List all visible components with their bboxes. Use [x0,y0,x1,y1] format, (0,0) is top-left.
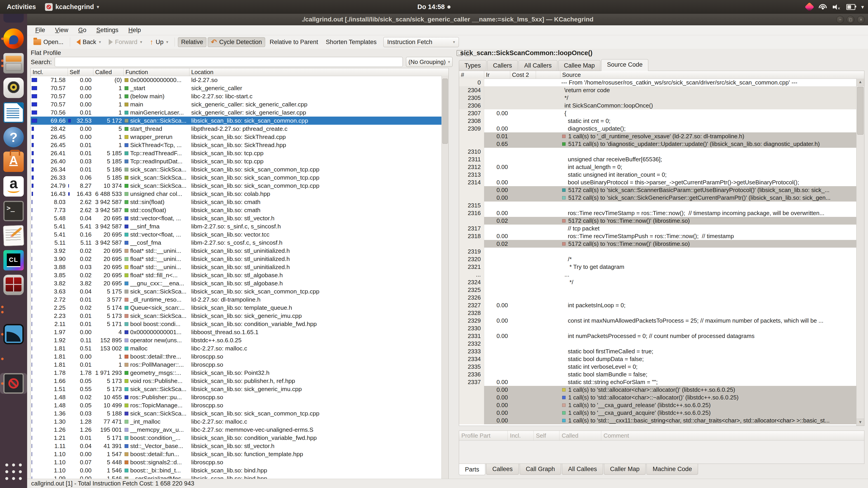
source-line[interactable]: 2335static int verboseLevel = 0; [459,363,857,370]
tab-all-callees[interactable]: All Callees [562,464,603,475]
toggle-relative[interactable]: Relative [178,37,206,47]
source-line[interactable]: 2305*/ [459,94,857,102]
source-line[interactable]: 2332 [459,340,857,348]
focused-app-menu[interactable]: kcachegrind ▾ [45,3,99,11]
chevron-down-icon[interactable]: ▾ [99,39,101,44]
table-row[interactable]: 1.810.51153 002malloclibc-2.27.so: mallo… [31,344,442,352]
menu-view[interactable]: View [50,25,73,35]
source-line[interactable]: 23090.00diagnostics_.update(); [459,125,857,132]
parts-column-self[interactable]: Self [534,431,559,440]
source-line[interactable]: 2324 */ [459,278,857,286]
source-line[interactable]: 2321 * Try to get datagram [459,263,857,271]
up-button[interactable]: ↑ Up ▾ [147,37,172,47]
launcher-item-terminal[interactable] [0,201,27,221]
tab-call-graph[interactable]: Call Graph [520,464,561,475]
launcher-item-ubuntu-dash[interactable] [0,14,27,23]
table-row[interactable]: 3.630.045 175sick_scan::SickSca...libsic… [31,287,442,295]
open-button[interactable]: Open... [30,37,67,47]
menu-file[interactable]: File [30,25,50,35]
source-column-gap[interactable] [536,71,560,78]
table-row[interactable]: 1.920.11152 895operator new(uns...libstd… [31,336,442,344]
source-line[interactable]: 0.001 call(s) to '__cxa_guard_acquire' (… [459,409,857,417]
scrollbar-thumb[interactable] [857,87,864,135]
tab-parts[interactable]: Parts [459,464,485,475]
source-line[interactable]: 2310 [459,148,857,156]
table-row[interactable]: 26.410.015 185Tcp::readThreadF...libsick… [31,149,442,157]
tab-source-code[interactable]: Source Code [601,59,648,71]
launcher-item-help[interactable] [0,127,27,148]
source-line[interactable]: 2311unsigned char receiveBuffer[65536]; [459,156,857,163]
source-header[interactable]: #IrCost 2Source [459,71,864,79]
source-line[interactable]: 2317// tcp packet [459,225,857,232]
table-row[interactable]: 1.781.781 971 293geometry_msgs::...libsi… [31,369,442,377]
table-row[interactable]: 7.732.623 942 587std::cos(float)libsick_… [31,206,442,214]
close-button[interactable]: × [857,16,865,24]
table-row[interactable]: 16.4316.436 488 533unsigned char col...l… [31,190,442,198]
table-row[interactable]: 5.410.1620 695std::vector<float, ...libs… [31,230,442,238]
table-row[interactable]: 1.090.001 546...serSerializedMes...libsi… [31,475,442,479]
table-row[interactable]: 1.301.2877 471_int_malloclibc-2.27.so: m… [31,418,442,426]
chevron-down-icon[interactable]: ▾ [166,39,168,44]
source-column-Ir[interactable]: Ir [484,71,510,78]
table-row[interactable]: 26.400.035 185Tcp::readInputDat...libsic… [31,157,442,165]
source-line[interactable]: ...... [459,271,857,278]
parts-column-called[interactable]: Called [559,431,601,440]
source-line[interactable]: 2325 [459,286,857,294]
source-line[interactable]: 2308static int cnt = 0; [459,117,857,125]
launcher-item-text-editor[interactable] [0,225,27,246]
table-row[interactable]: 1.100.075 448boost::signals2::d...libros… [31,458,442,466]
launcher-item-firefox[interactable] [0,28,27,49]
table-row[interactable]: 24.798.2710 374sick_scan::SickSca...libs… [31,182,442,190]
table-row[interactable]: 2.110.015 171bool boost::condi...libsick… [31,320,442,328]
tab-machine-code[interactable]: Machine Code [647,464,698,475]
table-row[interactable]: 3.880.0320 695float* std::__unini...libs… [31,263,442,271]
table-row[interactable]: 26.450.001wrapper_prerunlibsick_scan_lib… [31,133,442,141]
table-row[interactable]: 1.480.0510 499ros::TopicManage...librosc… [31,401,442,410]
source-column-Source[interactable]: Source [560,71,864,78]
activities-button[interactable]: Activities [7,3,36,11]
table-row[interactable]: 70.570.001(below main)libc-2.27.so: libc… [31,92,442,100]
event-type-combobox[interactable]: Instruction Fetch ▾ [383,37,459,47]
launcher-item-libreoffice-writer[interactable] [0,102,27,123]
source-line[interactable]: 2313static unsigned int iteration_count … [459,171,857,178]
table-row[interactable]: 2.250.025 174Queue<sick_scan:...libsick_… [31,304,442,312]
table-row[interactable]: 3.920.0220 695float* std::__unini...libs… [31,247,442,255]
flat-profile-scrollbar[interactable] [441,76,448,479]
source-line[interactable]: 2328 [459,309,857,317]
table-row[interactable]: 1.110.0441 391std::_Vector_base...libsic… [31,442,442,450]
source-line[interactable]: 23270.00int packetsInLoop = 0; [459,301,857,309]
launcher-item-wireshark[interactable] [0,324,27,345]
source-scrollbar[interactable]: ▲ ▼ [856,78,864,426]
table-row[interactable]: 1.480.0210 455ros::Publisher::pu...libro… [31,393,442,401]
tab-callers[interactable]: Callers [487,60,518,71]
table-row[interactable]: 1.100.001 547boost::detail::fun...libsic… [31,450,442,458]
launcher-item-rhythmbox[interactable] [0,77,27,98]
source-line[interactable]: 0.001 call(s) to 'std::allocator<char>::… [459,394,857,401]
table-row[interactable]: 70.570.001_startsick_generic_caller [31,84,442,92]
source-line[interactable]: 23370.00static std::string echoForSlam =… [459,378,857,386]
source-line[interactable]: 23310.00int numPacketsProcessed = 0; // … [459,332,857,340]
toggle-cycle-detection[interactable]: ↶Cycle Detection [208,37,265,47]
tab-callee-map[interactable]: Callee Map [558,60,600,71]
launcher-item-terminator-2[interactable] [0,299,27,320]
source-line[interactable]: 0.005172 call(s) to 'sick_scan::SickGene… [459,194,857,201]
source-line[interactable]: 2330 [459,324,857,332]
column-header-location[interactable]: Location [189,68,435,76]
window-titlebar[interactable]: ./callgrind.out [./install/lib/sick_scan… [27,14,868,25]
source-line[interactable]: 2304\return error code [459,86,857,94]
table-row[interactable]: 26.330.065 185sick_scan::SickSca...libsi… [31,173,442,182]
source-line[interactable]: 23290.00const int maxNumAllowedPacketsTo… [459,317,857,324]
launcher-item-kcachegrind[interactable] [0,373,27,394]
source-line[interactable]: 0.655171 call(s) to 'diagnostic_updater:… [459,140,857,148]
source-line[interactable]: 0.001 call(s) to 'std::__cxx11::basic_st… [459,417,857,424]
table-row[interactable]: 8.032.623 942 587std::sin(float)libsick_… [31,198,442,206]
scroll-down-icon[interactable]: ▼ [857,419,864,426]
clock-menu[interactable]: Do 14:58 [371,0,497,14]
launcher-item-show-applications[interactable] [0,461,27,482]
forward-button[interactable]: Forward ▾ [105,37,145,47]
source-line[interactable]: 0.001 call(s) to 'std::allocator<char>::… [459,386,857,394]
source-line[interactable]: 23140.00bool useBinaryProtocol = this->p… [459,178,857,186]
launcher-item-terminator[interactable] [0,274,27,295]
source-line[interactable]: 2315 [459,201,857,209]
table-row[interactable]: 69.6632.535 172sick_scan::SickSca...libs… [31,117,442,125]
